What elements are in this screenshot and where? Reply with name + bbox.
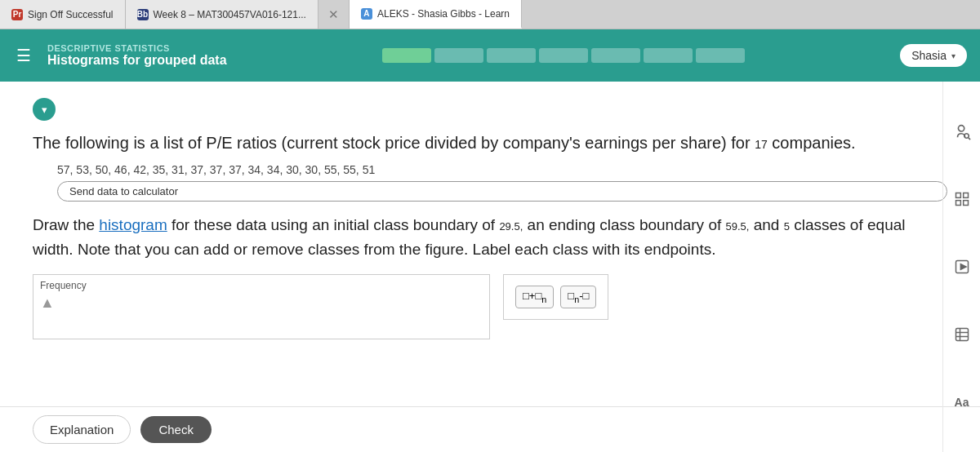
tab-pr-label: Sign Off Successful bbox=[28, 9, 114, 20]
data-values: 57, 53, 50, 46, 42, 35, 31, 37, 37, 37, … bbox=[57, 163, 947, 176]
progress-seg-2 bbox=[434, 48, 483, 63]
pr-icon: Pr bbox=[11, 9, 23, 20]
aleks-icon: A bbox=[361, 8, 372, 20]
bb-icon: Bb bbox=[137, 9, 149, 20]
histogram-link[interactable]: histogram bbox=[99, 216, 167, 233]
num-classes: 5 bbox=[784, 220, 790, 233]
progress-seg-5 bbox=[591, 48, 640, 63]
hamburger-menu[interactable]: ☰ bbox=[13, 42, 34, 69]
play-icon[interactable] bbox=[948, 253, 976, 281]
user-name: Shasia bbox=[911, 49, 947, 62]
text-size-icon[interactable]: Aa bbox=[948, 388, 976, 416]
header-title-block: DESCRIPTIVE STATISTICS Histograms for gr… bbox=[47, 43, 227, 68]
problem-intro: The following is a list of P/E ratios (c… bbox=[33, 131, 947, 155]
tab-bb-label: Week 8 – MAT300457VA016-121... bbox=[154, 9, 306, 20]
companies-suffix: companies. bbox=[772, 134, 855, 152]
grid-icon[interactable] bbox=[948, 185, 976, 213]
explanation-button[interactable]: Explanation bbox=[33, 415, 131, 444]
main-content: ▾ The following is a list of P/E ratios … bbox=[0, 82, 980, 452]
svg-rect-6 bbox=[963, 201, 968, 206]
tab-aleks-label: ALEKS - Shasia Gibbs - Learn bbox=[377, 8, 510, 20]
user-menu[interactable]: Shasia ▾ bbox=[900, 44, 967, 67]
header-title: Histograms for grouped data bbox=[47, 53, 227, 68]
chevron-down-icon: ▾ bbox=[951, 51, 956, 60]
check-button[interactable]: Check bbox=[140, 416, 212, 443]
svg-line-2 bbox=[968, 138, 969, 140]
remove-class-button[interactable]: □n-□ bbox=[560, 286, 596, 308]
progress-bar bbox=[240, 48, 888, 63]
progress-seg-3 bbox=[487, 48, 536, 63]
remove-class-icon: □n-□ bbox=[568, 290, 589, 304]
initial-boundary: 29.5, bbox=[499, 220, 523, 233]
draw-line2: for these data using an initial class bo… bbox=[172, 216, 495, 233]
tab-close-x[interactable]: ✕ bbox=[318, 0, 350, 29]
graph-tools: □+□n □n-□ bbox=[503, 274, 608, 320]
progress-seg-6 bbox=[644, 48, 693, 63]
graph-box[interactable]: Frequency ▲ bbox=[33, 274, 490, 339]
send-data-button[interactable]: Send data to calculator bbox=[57, 181, 947, 202]
progress-seg-7 bbox=[696, 48, 745, 63]
book-icon[interactable] bbox=[948, 321, 976, 348]
draw-instructions: Draw the histogram for these data using … bbox=[33, 213, 947, 263]
svg-rect-4 bbox=[963, 193, 968, 198]
tab-pr[interactable]: Pr Sign Off Successful bbox=[0, 0, 126, 29]
right-sidebar: Aa bbox=[942, 82, 980, 452]
svg-marker-8 bbox=[960, 264, 966, 270]
header-subtitle: DESCRIPTIVE STATISTICS bbox=[47, 43, 227, 53]
svg-point-0 bbox=[958, 126, 964, 131]
svg-rect-9 bbox=[956, 328, 968, 340]
add-class-button[interactable]: □+□n bbox=[515, 286, 554, 308]
progress-seg-1 bbox=[382, 48, 431, 63]
svg-rect-5 bbox=[956, 201, 960, 206]
bottom-bar: Explanation Check bbox=[0, 406, 980, 452]
draw-line3: an ending class boundary of bbox=[528, 216, 722, 233]
ending-boundary: 59.5, bbox=[726, 220, 750, 233]
collapse-button[interactable]: ▾ bbox=[33, 98, 56, 121]
app-header: ☰ DESCRIPTIVE STATISTICS Histograms for … bbox=[0, 29, 980, 82]
tab-aleks[interactable]: A ALEKS - Shasia Gibbs - Learn bbox=[350, 0, 522, 29]
svg-point-1 bbox=[964, 134, 969, 139]
add-class-icon: □+□n bbox=[523, 290, 546, 304]
person-search-icon[interactable] bbox=[948, 117, 976, 145]
draw-line1: Draw the bbox=[33, 216, 95, 233]
browser-tabs-bar: Pr Sign Off Successful Bb Week 8 – MAT30… bbox=[0, 0, 980, 29]
num-companies: 17 bbox=[755, 138, 768, 151]
draw-line4: and bbox=[754, 216, 780, 233]
frequency-label: Frequency bbox=[40, 280, 483, 291]
frequency-arrow-icon: ▲ bbox=[40, 295, 483, 312]
tab-bb[interactable]: Bb Week 8 – MAT300457VA016-121... bbox=[126, 0, 318, 29]
intro-text: The following is a list of P/E ratios (c… bbox=[33, 134, 751, 152]
progress-seg-4 bbox=[539, 48, 588, 63]
svg-rect-3 bbox=[956, 193, 960, 198]
